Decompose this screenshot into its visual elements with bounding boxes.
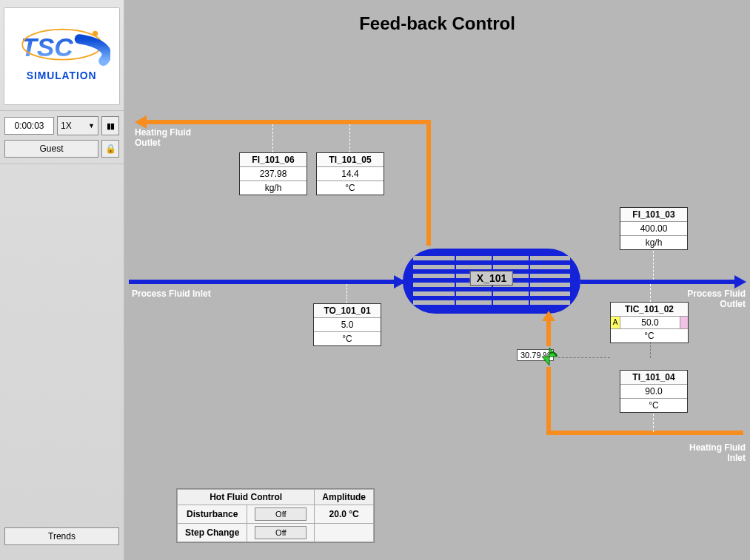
tag-id: TI_101_04 xyxy=(620,371,687,385)
tag-unit: °C xyxy=(611,329,688,343)
svg-marker-5 xyxy=(542,357,549,365)
hf-header-control: Hot Fluid Control xyxy=(178,490,315,505)
tag-tic-101-02[interactable]: TIC_101_02 A 50.0 °C xyxy=(610,302,689,343)
tag-id: TI_101_05 xyxy=(317,153,384,167)
label-heating-inlet-2: Inlet xyxy=(727,453,746,463)
hf-disturbance-toggle[interactable]: Off xyxy=(255,507,307,521)
svg-text:SIMULATION: SIMULATION xyxy=(26,70,96,81)
tag-value: 5.0 xyxy=(314,318,381,332)
label-heating-outlet-2: Outlet xyxy=(135,138,161,148)
sidebar: TSC SIMULATION 0:00:03 1X ▼ ▮▮ Guest 🔒 xyxy=(0,0,124,560)
user-button[interactable]: Guest xyxy=(4,140,98,158)
tag-unit: kg/h xyxy=(240,181,307,195)
pipe-heating-outlet-v xyxy=(426,120,431,246)
hf-disturbance-amp: 20.0 °C xyxy=(315,505,374,524)
tag-value: 400.00 xyxy=(620,222,687,236)
page-title: Feed-back Control xyxy=(124,13,750,34)
tag-mode: A xyxy=(611,317,620,328)
app-logo: TSC SIMULATION xyxy=(4,7,120,105)
tag-unit: °C xyxy=(317,181,384,195)
hf-step-label: Step Change xyxy=(178,524,247,542)
pipe-heating-inlet-h xyxy=(546,431,743,435)
tag-id: FI_101_06 xyxy=(240,153,307,167)
tag-unit: kg/h xyxy=(620,236,687,249)
stem-ti-101-04 xyxy=(653,410,654,432)
control-line-valve xyxy=(558,357,610,358)
tag-fi-101-06[interactable]: FI_101_06 237.98 kg/h xyxy=(239,152,307,195)
speed-select[interactable]: 1X ▼ xyxy=(57,116,98,135)
speed-value: 1X xyxy=(61,121,72,131)
tag-id: TO_101_01 xyxy=(314,304,381,318)
pipe-heating-inlet-v1 xyxy=(546,318,551,346)
tag-id: FI_101_03 xyxy=(620,208,687,222)
tag-ti-101-05[interactable]: TI_101_05 14.4 °C xyxy=(316,152,384,195)
label-process-outlet-2: Outlet xyxy=(720,299,746,309)
control-valve[interactable] xyxy=(539,346,560,367)
pipe-heating-inlet-v2 xyxy=(546,367,551,435)
hf-header-amplitude: Amplitude xyxy=(315,490,374,505)
stem-tic-101-02 xyxy=(650,284,651,302)
tag-ti-101-04[interactable]: TI_101_04 90.0 °C xyxy=(620,370,688,413)
pipe-process-outlet xyxy=(580,280,736,284)
pipe-heating-outlet-h xyxy=(145,120,431,124)
tag-unit: °C xyxy=(620,399,687,412)
tag-value: 90.0 xyxy=(620,385,687,399)
lock-icon: 🔒 xyxy=(105,144,116,154)
hot-fluid-control-table: Hot Fluid Control Amplitude Disturbance … xyxy=(176,488,375,543)
stem-ti-101-05 xyxy=(349,124,350,152)
pause-icon: ▮▮ xyxy=(107,121,114,131)
svg-point-2 xyxy=(92,31,97,36)
label-heating-inlet-1: Heating Fluid xyxy=(689,442,746,453)
tag-value: 50.0 xyxy=(620,317,680,328)
exchanger-label: X_101 xyxy=(470,271,513,286)
hf-step-amp xyxy=(315,524,374,542)
stem-fi-101-03 xyxy=(653,247,654,280)
tag-id: TIC_101_02 xyxy=(611,303,688,317)
chevron-down-icon: ▼ xyxy=(88,122,95,129)
stem-fi-101-06 xyxy=(272,124,273,152)
lock-button[interactable]: 🔒 xyxy=(101,140,119,158)
arrow-process-outlet xyxy=(734,275,746,289)
heat-exchanger[interactable]: X_101 xyxy=(403,244,580,318)
tag-to-101-01[interactable]: TO_101_01 5.0 °C xyxy=(313,303,381,346)
label-process-inlet: Process Fluid Inlet xyxy=(132,289,211,299)
hf-step-toggle[interactable]: Off xyxy=(255,526,307,539)
tag-edge xyxy=(680,317,688,328)
tag-value: 14.4 xyxy=(317,167,384,181)
stem-to-101-01 xyxy=(346,284,347,303)
arrow-heating-into-exchanger xyxy=(542,311,555,321)
hf-disturbance-label: Disturbance xyxy=(178,505,247,524)
sim-clock: 0:00:03 xyxy=(4,117,54,135)
label-process-outlet-1: Process Fluid xyxy=(687,289,746,299)
label-heating-outlet-1: Heating Fluid xyxy=(135,127,191,138)
pipe-process-inlet xyxy=(129,280,404,284)
tag-value: 237.98 xyxy=(240,167,307,181)
control-line-valve-v xyxy=(650,342,651,358)
pause-button[interactable]: ▮▮ xyxy=(101,116,119,135)
diagram-canvas: Feed-back Control Heating Fluid Outlet F… xyxy=(124,0,750,560)
trends-button[interactable]: Trends xyxy=(4,527,119,545)
tag-fi-101-03[interactable]: FI_101_03 400.00 kg/h xyxy=(620,207,688,250)
tag-unit: °C xyxy=(314,332,381,345)
